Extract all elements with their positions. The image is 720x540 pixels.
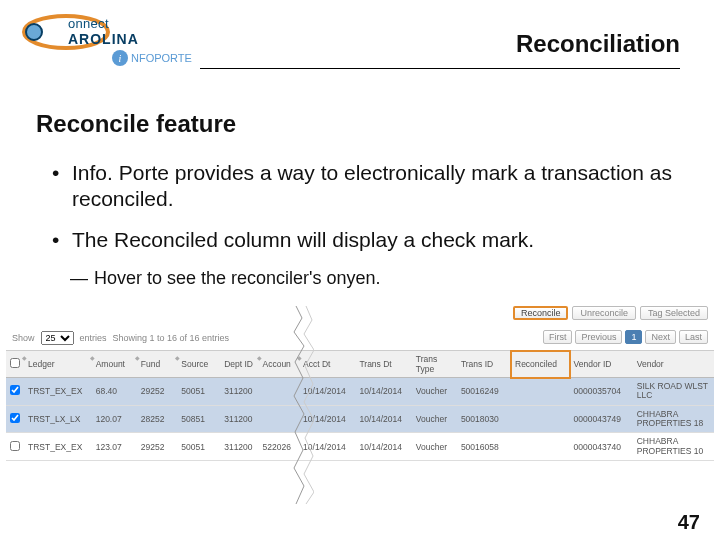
logo-block: onnect AROLINA i NFOPORTE [22, 10, 182, 60]
col-fund[interactable]: Fund [137, 351, 178, 378]
row-checkbox[interactable] [10, 385, 20, 395]
cell-account [259, 405, 300, 433]
slide-number: 47 [678, 511, 700, 534]
col-reconciled[interactable]: Reconciled [511, 351, 570, 378]
cell-ledger: TRST_EX_EX [24, 378, 92, 406]
logo-carolina: AROLINA [68, 31, 139, 47]
title-rule [200, 68, 680, 69]
col-account[interactable]: Accoun [259, 351, 300, 378]
cell-acctdt: 10/14/2014 [299, 433, 355, 461]
cell-vendor: CHHABRA PROPERTIES 10 [633, 433, 714, 461]
col-amount[interactable]: Amount [92, 351, 137, 378]
cell-transdt: 10/14/2014 [355, 433, 411, 461]
logo-sub: i NFOPORTE [112, 50, 192, 66]
showing-text: Showing 1 to 16 of 16 entries [113, 333, 230, 343]
col-source[interactable]: Source [177, 351, 220, 378]
pager-prev[interactable]: Previous [575, 330, 622, 344]
tag-selected-button[interactable]: Tag Selected [640, 306, 708, 320]
svg-point-1 [26, 24, 42, 40]
logo-connect: onnect [68, 16, 109, 31]
cell-ledger: TRST_LX_LX [24, 405, 92, 433]
cell-acctdt: 10/14/2014 [299, 378, 355, 406]
col-transid[interactable]: Trans ID [457, 351, 511, 378]
cell-transtype: Voucher [412, 433, 457, 461]
show-label: Show [12, 333, 35, 343]
col-ledger[interactable]: Ledger [24, 351, 92, 378]
pager-first[interactable]: First [543, 330, 573, 344]
col-vendor[interactable]: Vendor [633, 351, 714, 378]
cell-fund: 28252 [137, 405, 178, 433]
cell-vendorid: 0000043749 [570, 405, 633, 433]
cell-vendor: SILK ROAD WLST LLC [633, 378, 714, 406]
cell-fund: 29252 [137, 433, 178, 461]
pager-current[interactable]: 1 [625, 330, 642, 344]
cell-dept: 311200 [220, 378, 258, 406]
bullet-list: Info. Porte provides a way to electronic… [52, 160, 680, 289]
reconcile-button[interactable]: Reconcile [513, 306, 569, 320]
row-checkbox[interactable] [10, 413, 20, 423]
logo-text: onnect AROLINA [68, 16, 139, 47]
col-transtype[interactable]: Trans Type [412, 351, 457, 378]
cell-account: 522026 [259, 433, 300, 461]
cell-vendorid: 0000043740 [570, 433, 633, 461]
cell-dept: 311200 [220, 433, 258, 461]
cell-source: 50051 [177, 378, 220, 406]
cell-transtype: Voucher [412, 405, 457, 433]
cell-account [259, 378, 300, 406]
cell-transid: 50016058 [457, 433, 511, 461]
cell-amount: 120.07 [92, 405, 137, 433]
page-title: Reconciliation [516, 30, 680, 58]
table-row[interactable]: TRST_EX_EX123.07292525005131120052202610… [6, 433, 714, 461]
pager-last[interactable]: Last [679, 330, 708, 344]
transactions-table: Ledger Amount Fund Source Dept ID Accoun… [6, 350, 714, 461]
select-all-checkbox[interactable] [10, 358, 20, 368]
cell-source: 50051 [177, 433, 220, 461]
bullet-2-sub: Hover to see the reconciler's onyen. [52, 267, 680, 290]
cell-transdt: 10/14/2014 [355, 378, 411, 406]
cell-transdt: 10/14/2014 [355, 405, 411, 433]
cell-reconciled [511, 378, 570, 406]
cell-dept: 311200 [220, 405, 258, 433]
cell-amount: 68.40 [92, 378, 137, 406]
logo-infoporte: NFOPORTE [131, 52, 192, 64]
entries-label: entries [80, 333, 107, 343]
page-size-select[interactable]: 25 [41, 331, 74, 345]
info-icon: i [112, 50, 128, 66]
table-row[interactable]: TRST_EX_EX68.40292525005131120010/14/201… [6, 378, 714, 406]
cell-reconciled [511, 405, 570, 433]
table-row[interactable]: TRST_LX_LX120.07282525085131120010/14/20… [6, 405, 714, 433]
cell-source: 50851 [177, 405, 220, 433]
row-checkbox[interactable] [10, 441, 20, 451]
col-transdt[interactable]: Trans Dt [355, 351, 411, 378]
bullet-2: The Reconciled column will display a che… [52, 227, 680, 253]
section-subhead: Reconcile feature [36, 110, 236, 138]
cell-vendor: CHHABRA PROPERTIES 18 [633, 405, 714, 433]
cell-transtype: Voucher [412, 378, 457, 406]
cell-transid: 50018030 [457, 405, 511, 433]
cell-fund: 29252 [137, 378, 178, 406]
unreconcile-button[interactable]: Unreconcile [572, 306, 636, 320]
bullet-1: Info. Porte provides a way to electronic… [52, 160, 680, 213]
cell-transid: 50016249 [457, 378, 511, 406]
cell-ledger: TRST_EX_EX [24, 433, 92, 461]
cell-vendorid: 0000035704 [570, 378, 633, 406]
col-acctdt[interactable]: Acct Dt [299, 351, 355, 378]
cell-amount: 123.07 [92, 433, 137, 461]
cell-reconciled [511, 433, 570, 461]
col-vendorid[interactable]: Vendor ID [570, 351, 633, 378]
col-dept[interactable]: Dept ID [220, 351, 258, 378]
cell-acctdt: 10/14/2014 [299, 405, 355, 433]
screenshot-panel: Reconcile Unreconcile Tag Selected Show … [6, 306, 714, 506]
pager-next[interactable]: Next [645, 330, 676, 344]
